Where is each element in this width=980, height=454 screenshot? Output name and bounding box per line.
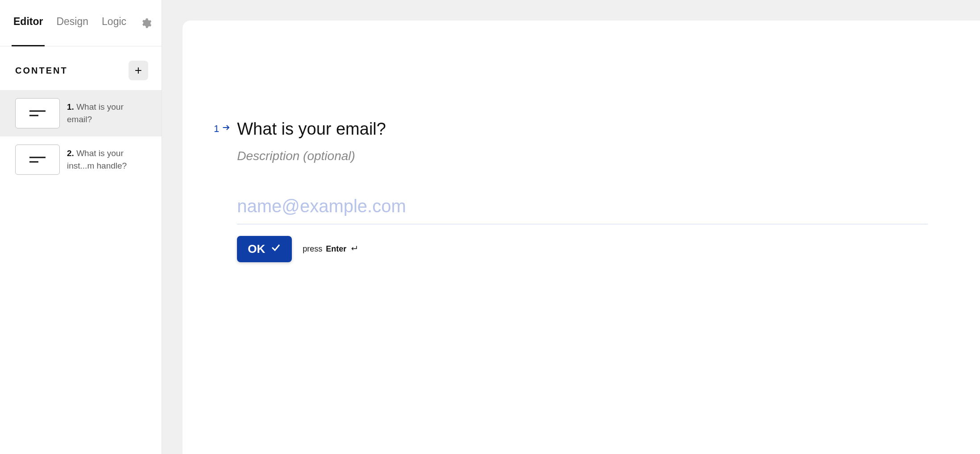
question-card-2[interactable]: 2. What is your inst...m handle? (0, 136, 162, 183)
question-canvas: 1 What is your email? Description (optio… (183, 21, 980, 454)
question-card-1[interactable]: 1. What is your email? (0, 90, 162, 136)
gear-icon[interactable] (140, 14, 152, 32)
plus-icon: + (135, 63, 142, 78)
question-block: 1 What is your email? Description (optio… (214, 119, 928, 262)
question-number: 1 (214, 123, 219, 135)
question-description-input[interactable]: Description (optional) (237, 149, 928, 163)
content-header: CONTENT + (0, 46, 162, 90)
question-label: 1. What is your email? (67, 101, 145, 125)
keyboard-hint: press Enter (303, 244, 358, 254)
question-number-marker: 1 (214, 119, 231, 135)
tab-editor[interactable]: Editor (13, 0, 43, 46)
add-question-button[interactable]: + (129, 61, 148, 80)
arrow-right-icon (222, 123, 231, 135)
ok-button[interactable]: OK (237, 236, 292, 262)
question-title-input[interactable]: What is your email? (237, 119, 928, 140)
action-row: OK press Enter (237, 236, 928, 262)
question-label: 2. What is your inst...m handle? (67, 147, 145, 172)
question-list: 1. What is your email? 2. What is your i… (0, 90, 162, 183)
editor-main: 1 What is your email? Description (optio… (162, 0, 980, 454)
question-thumb-icon (15, 144, 60, 175)
sidebar-tabs: Editor Design Logic (0, 0, 162, 46)
sidebar: Editor Design Logic CONTENT + 1. What is… (0, 0, 162, 454)
email-input[interactable] (237, 192, 928, 224)
check-icon (270, 242, 281, 256)
enter-key-icon (350, 244, 358, 254)
content-header-label: CONTENT (15, 66, 68, 76)
tab-design[interactable]: Design (56, 0, 88, 46)
question-thumb-icon (15, 98, 60, 128)
tab-logic[interactable]: Logic (102, 0, 126, 46)
ok-button-label: OK (248, 242, 265, 256)
